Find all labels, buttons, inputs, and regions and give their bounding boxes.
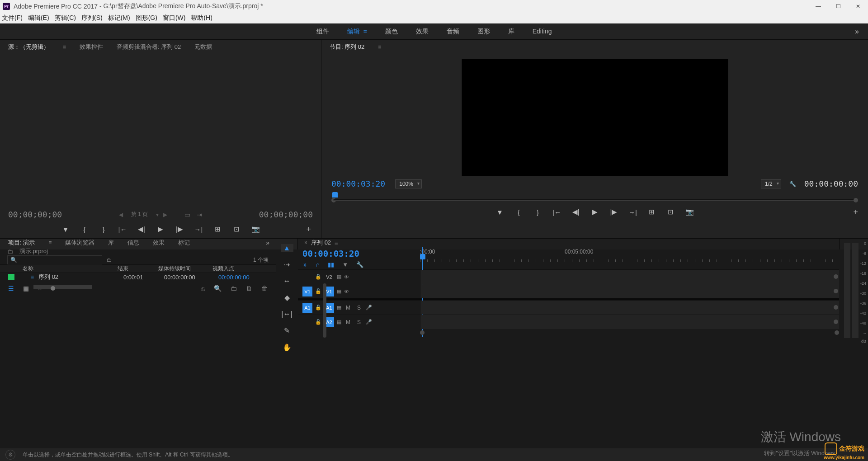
- a2-solo-icon[interactable]: S: [355, 319, 363, 325]
- selection-tool-icon[interactable]: ▲: [281, 244, 293, 252]
- program-left-timecode[interactable]: 00:00:03:20: [331, 179, 385, 188]
- a1-mute-icon[interactable]: M: [344, 305, 352, 311]
- go-out-icon[interactable]: →|: [194, 225, 203, 234]
- new-item-icon[interactable]: 🗎: [246, 285, 252, 292]
- add-marker-icon[interactable]: ▼: [61, 225, 70, 234]
- a1-solo-icon[interactable]: S: [355, 305, 363, 311]
- filter-bin-icon[interactable]: 🗀: [107, 257, 112, 263]
- a1-voiceover-icon[interactable]: [366, 305, 372, 310]
- col-media-duration[interactable]: 媒体持续时间: [158, 265, 212, 273]
- v1-toggle-output-icon[interactable]: [344, 289, 349, 294]
- scrub-end-handle[interactable]: [854, 198, 858, 202]
- icon-view-icon[interactable]: ▦: [23, 285, 29, 292]
- overwrite-icon[interactable]: ⊡: [232, 225, 241, 234]
- p-button-editor-icon[interactable]: +: [853, 207, 858, 217]
- v1-sync-lock-icon[interactable]: [337, 288, 341, 294]
- ripple-edit-tool-icon[interactable]: ↔: [281, 277, 293, 285]
- menu-clip[interactable]: 剪辑(C): [55, 14, 76, 22]
- pen-tool-icon[interactable]: ✎: [281, 326, 293, 335]
- export-frame-icon[interactable]: 📷: [251, 225, 260, 234]
- tab-media-browser[interactable]: 媒体浏览器: [65, 239, 94, 247]
- workspace-color[interactable]: 颜色: [385, 28, 398, 36]
- program-scrub-bar[interactable]: [333, 199, 856, 201]
- source-panel-menu-icon[interactable]: ≡: [63, 44, 66, 50]
- find-icon[interactable]: 🔍: [214, 285, 222, 292]
- workspace-graphics[interactable]: 图形: [477, 28, 490, 36]
- workspace-editing[interactable]: 编辑: [347, 28, 360, 36]
- hand-tool-icon[interactable]: ✋: [281, 343, 293, 352]
- workspace-menu-icon[interactable]: ≡: [363, 28, 367, 35]
- p-step-back-icon[interactable]: ◀|: [571, 207, 580, 216]
- tab-effects[interactable]: 效果: [153, 239, 165, 247]
- razor-tool-icon[interactable]: ◆: [281, 293, 293, 302]
- v2-sync-lock-icon[interactable]: [337, 274, 341, 280]
- slip-tool-icon[interactable]: |↔|: [281, 310, 293, 318]
- workspace-editing-en[interactable]: Editing: [533, 28, 552, 36]
- p-mark-in-icon[interactable]: {: [514, 207, 524, 216]
- source-right-timecode[interactable]: 00;00;00;00: [259, 210, 313, 219]
- tab-info[interactable]: 信息: [127, 239, 139, 247]
- p-export-frame-icon[interactable]: 📷: [685, 207, 694, 216]
- a2-source-patch[interactable]: [302, 317, 312, 327]
- p-step-fwd-icon[interactable]: |▶: [609, 207, 618, 216]
- pager-next-icon[interactable]: ▶: [163, 212, 167, 218]
- p-go-in-icon[interactable]: |←: [552, 207, 561, 216]
- step-fwd-icon[interactable]: |▶: [175, 225, 184, 234]
- col-end[interactable]: 结束: [118, 265, 158, 273]
- v1-source-patch[interactable]: V1: [302, 287, 312, 296]
- mark-out-icon[interactable]: }: [99, 225, 108, 234]
- p-mark-out-icon[interactable]: }: [533, 207, 542, 216]
- p-add-marker-icon[interactable]: ▼: [495, 207, 505, 216]
- menu-window[interactable]: 窗口(W): [163, 14, 186, 22]
- tab-project[interactable]: 项目: 演示: [8, 239, 35, 247]
- list-view-icon[interactable]: ☰: [8, 285, 14, 292]
- menu-edit[interactable]: 编辑(E): [28, 14, 49, 22]
- v2-lock-icon[interactable]: [315, 274, 321, 280]
- step-back-icon[interactable]: ◀|: [137, 225, 146, 234]
- status-gear-icon[interactable]: ⚙: [5, 450, 15, 460]
- new-bin-icon[interactable]: 🗀: [231, 285, 237, 292]
- menu-file[interactable]: 文件(F): [2, 14, 23, 22]
- pager-dropdown-icon[interactable]: ▾: [156, 212, 159, 218]
- a2-mute-icon[interactable]: M: [344, 319, 352, 325]
- a1-source-patch[interactable]: A1: [302, 303, 312, 313]
- v1-lock-icon[interactable]: [315, 288, 321, 294]
- pager-label[interactable]: 第 1 页: [127, 210, 151, 219]
- mark-in-icon[interactable]: {: [80, 225, 89, 234]
- v2-source-patch[interactable]: [302, 272, 312, 282]
- p-play-icon[interactable]: ▶: [590, 207, 599, 216]
- insert-icon[interactable]: ⊞: [213, 225, 222, 234]
- timeline-tab-close-icon[interactable]: ×: [304, 240, 307, 246]
- v-zoom-handle[interactable]: [834, 274, 838, 279]
- auto-sequence-icon[interactable]: ⎌: [201, 285, 205, 292]
- bin-icon[interactable]: 🗀: [7, 248, 13, 255]
- marker-span-icon[interactable]: ▮▮: [328, 261, 334, 268]
- a1-lock-icon[interactable]: [315, 305, 321, 310]
- p-go-out-icon[interactable]: →|: [628, 207, 637, 216]
- project-item-row[interactable]: ≡ 序列 02 0:00:01 00:00:00:00 00:00:00:00: [0, 273, 276, 281]
- settings-wrench-icon[interactable]: 🔧: [789, 181, 796, 187]
- a-zoom-handle[interactable]: [834, 305, 838, 310]
- v2-target[interactable]: V2: [324, 272, 334, 282]
- tab-libraries[interactable]: 库: [108, 239, 114, 247]
- maximize-button[interactable]: ☐: [828, 0, 848, 13]
- program-right-timecode[interactable]: 00:00:00:00: [804, 179, 858, 188]
- tab-source[interactable]: 源：（无剪辑）: [8, 43, 49, 51]
- pager-prev-icon[interactable]: ◀: [119, 212, 123, 218]
- tab-metadata[interactable]: 元数据: [194, 43, 212, 51]
- workspace-overflow-icon[interactable]: »: [855, 28, 859, 36]
- menu-help[interactable]: 帮助(H): [191, 14, 212, 22]
- workspace-effects[interactable]: 效果: [416, 28, 429, 36]
- program-monitor[interactable]: [462, 59, 728, 176]
- a2-voiceover-icon[interactable]: [366, 319, 372, 325]
- a1-sync-lock-icon[interactable]: [337, 305, 341, 310]
- v-zoom-handle-2[interactable]: [834, 289, 838, 293]
- button-editor-icon[interactable]: +: [306, 225, 311, 234]
- a2-lock-icon[interactable]: [315, 319, 321, 325]
- delete-icon[interactable]: 🗑: [261, 285, 268, 292]
- p-lift-icon[interactable]: ⊞: [647, 207, 656, 216]
- quality-dropdown[interactable]: 1/2: [761, 179, 781, 188]
- timeline-timecode[interactable]: 00:00:03:20: [302, 249, 415, 259]
- workspace-audio[interactable]: 音频: [447, 28, 459, 36]
- close-button[interactable]: ✕: [848, 0, 868, 13]
